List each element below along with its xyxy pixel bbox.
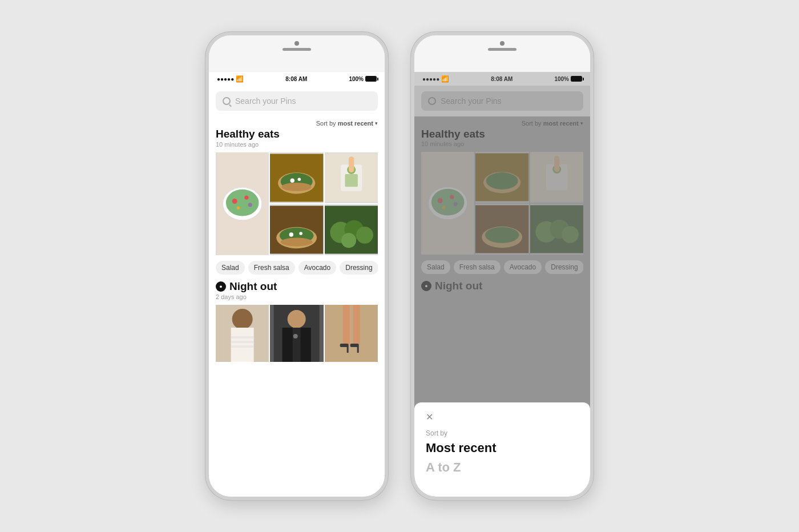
svg-point-3: [232, 199, 237, 204]
svg-rect-32: [231, 336, 254, 338]
battery-text-right: 100%: [554, 76, 569, 82]
search-bar-right-bg: Search your Pins: [414, 86, 590, 116]
veggie-img-left: [325, 204, 378, 255]
status-bar-left: ●●●●● 📶 8:08 AM 100%: [209, 72, 385, 86]
bowl-img-left: [325, 152, 378, 203]
sort-header-left[interactable]: Sort by most recent ▾: [209, 116, 385, 128]
svg-point-27: [356, 227, 373, 244]
tag-fresh-salsa-left[interactable]: Fresh salsa: [248, 261, 295, 275]
status-left-right: ●●●●● 📶: [422, 75, 449, 83]
grid-cell-salad-left[interactable]: [216, 152, 269, 255]
phone-bezel-top-right: [414, 35, 590, 72]
sort-option-az[interactable]: A to Z: [426, 460, 579, 475]
svg-point-11: [298, 178, 301, 182]
svg-point-28: [341, 233, 356, 248]
salad-img-left: [216, 152, 269, 255]
svg-point-10: [290, 178, 294, 182]
signal-dots-right: ●●●●●: [422, 76, 439, 82]
taco2-img-left: [270, 204, 323, 255]
signal-dots-left: ●●●●●: [217, 76, 234, 82]
board-time-left: 10 minutes ago: [216, 141, 378, 148]
svg-rect-47: [357, 346, 358, 353]
svg-rect-17: [349, 156, 354, 172]
grid-cell-taco1-left[interactable]: [270, 152, 323, 203]
svg-point-30: [232, 309, 253, 329]
night-cell-3-left[interactable]: [325, 305, 378, 362]
phone-right: ●●●●● 📶 8:08 AM 100% Search your Pins So…: [411, 32, 594, 500]
sort-label-left: Sort by: [316, 120, 336, 127]
svg-rect-16: [345, 174, 357, 187]
screen-left: Search your Pins Sort by most recent ▾ H…: [209, 86, 385, 497]
time-right: 8:08 AM: [491, 76, 513, 82]
board-healthy-left: Healthy eats 10 minutes ago: [209, 128, 385, 280]
tag-avocado-left[interactable]: Avocado: [298, 261, 336, 275]
svg-point-5: [237, 207, 240, 209]
night-time-left: 2 days ago: [216, 293, 378, 300]
svg-rect-34: [231, 345, 254, 348]
tags-left: Salad Fresh salsa Avocado Dressing T: [216, 261, 378, 280]
svg-rect-31: [231, 328, 254, 362]
svg-point-2: [226, 190, 259, 216]
battery-text-left: 100%: [349, 76, 364, 82]
wifi-icon-left: 📶: [236, 75, 244, 83]
battery-icon-left: [365, 76, 377, 82]
sort-close-button[interactable]: ✕: [426, 412, 579, 422]
svg-point-6: [248, 203, 252, 207]
time-left: 8:08 AM: [285, 76, 307, 82]
wifi-icon-right: 📶: [441, 75, 449, 83]
battery-icon-right: [571, 76, 582, 82]
taco1-img-left: [270, 152, 323, 203]
secret-icon-left: ●: [216, 281, 226, 292]
night-cell-2-left[interactable]: [270, 305, 323, 362]
fashion2-img-left: [270, 305, 323, 362]
search-placeholder-left: Search your Pins: [235, 96, 296, 106]
svg-rect-43: [353, 305, 360, 345]
status-left-left: ●●●●● 📶: [217, 75, 244, 83]
phone-bezel-top-left: [209, 35, 385, 72]
camera-left: [294, 41, 299, 46]
svg-point-40: [293, 334, 298, 338]
grid-cell-taco2-left[interactable]: [270, 204, 323, 255]
svg-rect-33: [231, 341, 254, 343]
svg-point-23: [281, 237, 313, 246]
svg-rect-46: [346, 346, 348, 353]
search-icon-left: [223, 97, 231, 105]
svg-rect-39: [301, 328, 311, 362]
svg-point-21: [289, 232, 293, 236]
sort-value-left: most recent: [338, 120, 373, 127]
svg-rect-41: [328, 305, 374, 362]
svg-point-4: [244, 196, 248, 200]
sort-option-recent[interactable]: Most recent: [426, 441, 579, 456]
status-right-right: 100%: [554, 76, 582, 82]
speaker-right: [488, 48, 516, 51]
sort-modal: ✕ Sort by Most recent A to Z: [414, 402, 590, 497]
night-cell-1-left[interactable]: [216, 305, 269, 362]
status-bar-right: ●●●●● 📶 8:08 AM 100%: [414, 72, 590, 86]
board-night-left: ● Night out 2 days ago: [209, 280, 385, 362]
fashion1-img-left: [216, 305, 269, 362]
search-input-left[interactable]: Search your Pins: [216, 91, 378, 111]
svg-point-12: [282, 183, 312, 191]
board-title-left: Healthy eats: [216, 128, 378, 140]
image-grid-left: [216, 152, 378, 255]
tag-dressing-left[interactable]: Dressing: [340, 261, 378, 275]
grid-cell-veggie-left[interactable]: [325, 204, 378, 255]
scroll-content-left: Sort by most recent ▾ Healthy eats 10 mi…: [209, 116, 385, 497]
status-right-left: 100%: [349, 76, 377, 82]
grid-cell-bowl-left[interactable]: [325, 152, 378, 203]
camera-right: [500, 41, 505, 46]
svg-point-22: [300, 232, 303, 235]
night-title-left: Night out: [229, 280, 277, 293]
svg-point-36: [288, 310, 306, 328]
tag-salad-left[interactable]: Salad: [216, 261, 245, 275]
sort-modal-label: Sort by: [426, 429, 579, 437]
search-placeholder-right: Search your Pins: [441, 96, 502, 106]
screen-right: Search your Pins Sort by most recent ▾ H…: [414, 86, 590, 497]
svg-rect-42: [342, 305, 349, 345]
night-grid-left: [216, 305, 378, 362]
night-title-row-left: ● Night out: [216, 280, 378, 293]
phone-left: ●●●●● 📶 8:08 AM 100% Search your Pins So…: [205, 32, 388, 500]
sort-arrow-left: ▾: [375, 120, 378, 126]
search-icon-right: [428, 97, 436, 105]
search-bar-left[interactable]: Search your Pins: [209, 86, 385, 116]
